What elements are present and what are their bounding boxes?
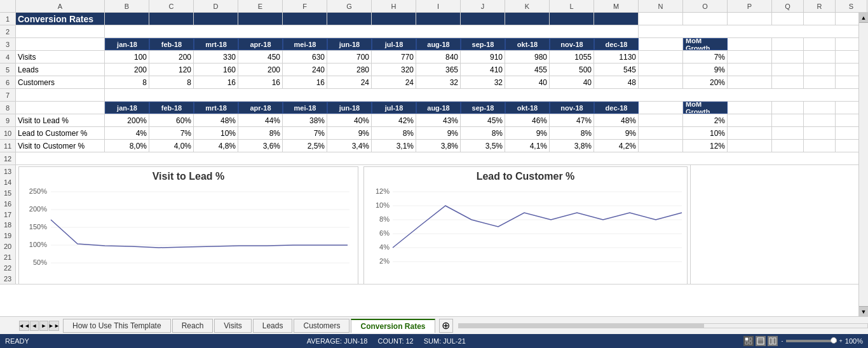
title-cell: Conversion Rates — [16, 13, 105, 25]
svg-text:50%: 50% — [33, 258, 47, 266]
corner-cell — [0, 0, 16, 12]
title-ext-d — [194, 13, 238, 25]
normal-view-btn[interactable] — [743, 336, 754, 346]
row-num-12: 12 — [0, 152, 16, 164]
row-6-customers: 6 Customers 8 8 16 16 16 24 24 32 32 40 … — [0, 76, 858, 89]
customers-mrt: 16 — [194, 76, 238, 88]
vtc-jul: 3,1% — [372, 140, 416, 152]
customers-nov: 40 — [550, 76, 594, 88]
row-3: 3 jan-18 feb-18 mrt-18 apr-18 mei-18 jun… — [0, 38, 858, 51]
zoom-level: 100% — [845, 337, 863, 345]
col-header-N: N — [639, 0, 683, 12]
col-header-Q: Q — [772, 0, 804, 12]
add-sheet-btn[interactable]: ⊕ — [439, 319, 453, 333]
tab-visits[interactable]: Visits — [214, 319, 251, 333]
leads-nov: 500 — [550, 64, 594, 76]
svg-text:150%: 150% — [29, 223, 47, 231]
zoom-slider-thumb[interactable] — [831, 337, 837, 344]
vtc-okt: 4,1% — [505, 140, 550, 152]
leads-dec: 545 — [594, 64, 639, 76]
t2-header-mrt: mrt-18 — [194, 102, 238, 114]
chart1-container: Visit to Lead % 250% 200% 150% 100% 50 — [18, 166, 358, 284]
tab-how-to-use[interactable]: How to Use This Template — [63, 319, 171, 333]
vertical-scrollbar[interactable]: ▲ ▼ — [858, 13, 868, 316]
svg-text:200%: 200% — [29, 205, 47, 213]
vtc-mom: 12% — [683, 140, 728, 152]
scroll-track — [859, 23, 868, 306]
leads-jan: 200 — [105, 64, 149, 76]
svg-rect-28 — [770, 338, 772, 344]
svg-rect-25 — [749, 342, 752, 344]
row-4-visits: 4 Visits 100 200 330 450 630 700 770 840… — [0, 51, 858, 64]
visits-sep: 910 — [461, 51, 505, 63]
vtl-jun: 40% — [327, 114, 372, 126]
visits-dec: 1130 — [594, 51, 639, 63]
col-header-I: I — [416, 0, 461, 12]
svg-text:4%: 4% — [379, 243, 390, 251]
svg-text:10%: 10% — [376, 201, 390, 209]
tab-conversion-rates[interactable]: Conversion Rates — [351, 319, 435, 333]
status-left: READY — [5, 337, 29, 345]
avg-label: AVERAGE: JUN-18 — [307, 337, 368, 345]
page-break-btn[interactable] — [768, 336, 778, 346]
row-12: 12 — [0, 152, 858, 165]
view-mode-buttons — [743, 336, 778, 346]
customers-jun: 24 — [327, 76, 372, 88]
leads-aug: 365 — [416, 64, 461, 76]
scroll-up-btn[interactable]: ▲ — [859, 13, 868, 23]
tab-next-last-btn[interactable]: ►► — [49, 321, 59, 331]
leads-apr: 200 — [238, 64, 283, 76]
visits-apr: 450 — [238, 51, 283, 63]
zoom-plus-btn[interactable]: + — [839, 338, 843, 344]
zoom-minus-btn[interactable]: - — [782, 338, 783, 344]
vtl-label: Visit to Lead % — [16, 114, 105, 126]
page-layout-btn[interactable] — [756, 336, 766, 346]
leads-sep: 410 — [461, 64, 505, 76]
customers-label: Customers — [16, 76, 105, 88]
vtc-mei: 2,5% — [283, 140, 327, 152]
charts-row: 13 14 15 16 17 18 19 20 21 22 23 Visit t… — [0, 165, 858, 284]
customers-mei: 16 — [283, 76, 327, 88]
title-ext-p — [728, 13, 772, 25]
tab-customers[interactable]: Customers — [294, 319, 349, 333]
scroll-down-btn[interactable]: ▼ — [859, 306, 868, 316]
t2-header-sep: sep-18 — [461, 102, 505, 114]
t2-header-okt: okt-18 — [505, 102, 550, 114]
ltc-mei: 7% — [283, 127, 327, 139]
col-header-P: P — [728, 0, 772, 12]
h-scroll-thumb[interactable] — [459, 324, 704, 328]
t1-header-mrt: mrt-18 — [194, 38, 238, 50]
horizontal-scrollbar[interactable] — [458, 323, 868, 328]
ltc-feb: 7% — [149, 127, 194, 139]
row-11-vtc: 11 Visit to Customer % 8,0% 4,0% 4,8% 3,… — [0, 140, 858, 152]
leads-label: Leads — [16, 64, 105, 76]
row-num-4: 4 — [0, 51, 16, 63]
ltc-jun: 9% — [327, 127, 372, 139]
zoom-slider[interactable] — [786, 340, 837, 342]
col-header-G: G — [327, 0, 372, 12]
col-header-A: A — [16, 0, 105, 12]
tab-leads[interactable]: Leads — [253, 319, 293, 333]
rows-area: 1 Conversion Rates — [0, 13, 858, 316]
tab-reach[interactable]: Reach — [172, 319, 214, 333]
row-num-2: 2 — [0, 25, 16, 37]
row-num-6: 6 — [0, 76, 16, 88]
ltc-sep: 8% — [461, 127, 505, 139]
title-ext-s — [836, 13, 858, 25]
tab-prev-first-btn[interactable]: ◄◄ — [19, 321, 29, 331]
tab-next-btn[interactable]: ► — [39, 321, 48, 331]
customers-dec: 48 — [594, 76, 639, 88]
title-ext-h — [372, 13, 416, 25]
vtc-jun: 3,4% — [327, 140, 372, 152]
status-bar: READY AVERAGE: JUN-18 COUNT: 12 SUM: JUL… — [0, 334, 868, 348]
visits-mom: 7% — [683, 51, 728, 63]
row-1: 1 Conversion Rates — [0, 13, 858, 25]
title-ext-j — [461, 13, 505, 25]
tab-prev-btn[interactable]: ◄ — [30, 321, 39, 331]
vtc-nov: 3,8% — [550, 140, 594, 152]
row-5-leads: 5 Leads 200 120 160 200 240 280 320 365 … — [0, 64, 858, 76]
vtc-label: Visit to Customer % — [16, 140, 105, 152]
count-label: COUNT: 12 — [378, 337, 414, 345]
customers-aug: 32 — [416, 76, 461, 88]
row-2: 2 — [0, 25, 858, 38]
